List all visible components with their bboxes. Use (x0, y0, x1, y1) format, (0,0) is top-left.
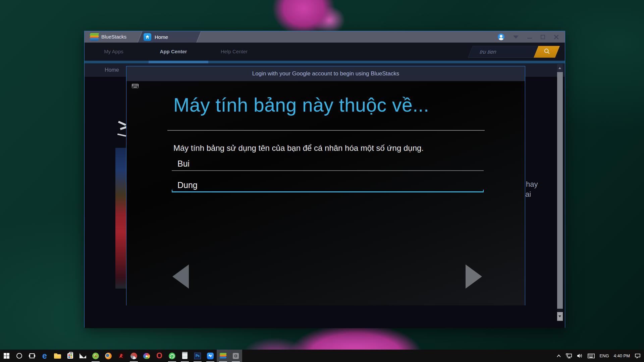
screen-recorder-icon (233, 353, 239, 359)
task-view-icon (30, 353, 35, 358)
nav-underline-strip (85, 61, 565, 63)
background-text-fragment: ai (525, 190, 531, 199)
system-tray: ENG 4:40 PM (556, 350, 644, 362)
taskbar-whatsapp[interactable] (166, 350, 178, 362)
microsoft-store-icon (67, 353, 73, 359)
taskbar-bluestacks[interactable] (217, 350, 229, 362)
network-icon[interactable] (566, 353, 572, 359)
account-icon[interactable] (498, 34, 504, 40)
cortana-search-button[interactable] (13, 350, 25, 362)
opera-icon: O (156, 352, 162, 360)
app-brand: BlueStacks (101, 31, 126, 43)
taskbar-mail[interactable] (76, 350, 89, 362)
cortana-icon (16, 353, 22, 359)
taskbar-photoshop[interactable]: Ps (191, 350, 204, 362)
photoshop-icon: Ps (194, 353, 201, 359)
edge-icon: e (42, 352, 47, 360)
home-tab-label: Home (155, 34, 168, 40)
bluestacks-icon (220, 353, 226, 359)
file-explorer-icon (54, 353, 61, 359)
last-name-field-underline (172, 180, 484, 192)
garena-icon (118, 353, 124, 359)
touch-keyboard-icon[interactable] (588, 354, 595, 358)
messenger-icon (207, 353, 214, 359)
taskbar-edge[interactable]: e (38, 350, 51, 362)
nav-active-indicator (149, 61, 208, 63)
next-arrow-button[interactable] (466, 264, 482, 289)
taskbar-screen-recorder[interactable] (229, 350, 242, 362)
taskbar-store[interactable] (64, 350, 76, 362)
taskbar-pie-app[interactable] (127, 350, 140, 362)
titlebar: BlueStacks Home (85, 31, 565, 43)
bluestacks-window: BlueStacks Home My Apps App Center Help … (84, 31, 565, 328)
window-controls (498, 31, 559, 43)
search-bar (470, 46, 557, 58)
scrollbar (557, 64, 563, 321)
nav-my-apps[interactable]: My Apps (104, 43, 123, 61)
taskbar-coc-coc[interactable] (89, 350, 102, 362)
taskbar-messenger[interactable] (204, 350, 217, 362)
pie-app-icon (130, 353, 137, 359)
task-view-button[interactable] (25, 350, 38, 362)
setup-description: Máy tính bảng sử dụng tên của bạn để cá … (173, 143, 424, 153)
taskbar-garena[interactable] (115, 350, 127, 362)
scrollbar-up-arrow[interactable] (557, 64, 563, 72)
menu-caret-icon[interactable] (513, 36, 519, 39)
tray-chevron-up-icon[interactable] (556, 354, 561, 358)
navbar: My Apps App Center Help Center (85, 43, 565, 61)
whatsapp-icon (169, 353, 175, 359)
nav-app-center[interactable]: App Center (160, 43, 187, 61)
taskbar-notepad[interactable] (178, 350, 191, 362)
previous-arrow-button[interactable] (172, 264, 189, 289)
windows-taskbar: e O Ps ENG (0, 350, 644, 362)
windows-logo-icon (4, 353, 9, 359)
breadcrumb-home[interactable]: Home (105, 63, 119, 77)
google-login-modal: Login with your Google account to begin … (126, 66, 525, 305)
firefox-icon (105, 353, 112, 359)
clock[interactable]: 4:40 PM (614, 353, 630, 358)
setup-title: Máy tính bảng này thuộc về... (173, 94, 502, 116)
scrollbar-down-arrow[interactable] (557, 312, 563, 321)
android-setup-screen: Máy tính bảng này thuộc về... Máy tính b… (126, 81, 525, 305)
modal-header-text: Login with your Google account to begin … (126, 66, 525, 81)
volume-icon[interactable] (577, 353, 583, 358)
bluestacks-logo-icon (90, 33, 99, 41)
first-name-field-underline (172, 158, 484, 171)
start-button[interactable] (0, 350, 13, 362)
close-button[interactable] (554, 35, 559, 40)
background-text-fragment: hay (526, 180, 538, 189)
keyboard-icon[interactable] (132, 84, 139, 88)
action-center-icon[interactable] (635, 353, 641, 359)
title-divider (167, 130, 485, 131)
scrollbar-thumb[interactable] (557, 72, 563, 309)
minimize-button[interactable] (527, 38, 532, 39)
notepad-icon (182, 353, 187, 359)
coc-coc-icon (92, 353, 99, 359)
game-poster-fragment (115, 148, 126, 289)
first-name-input[interactable] (177, 159, 476, 169)
paint-icon (143, 353, 150, 359)
search-icon (544, 48, 550, 55)
nav-help-center[interactable]: Help Center (221, 43, 248, 61)
taskbar-firefox[interactable] (102, 350, 115, 362)
language-indicator[interactable]: ENG (599, 353, 609, 358)
home-tab[interactable]: Home (144, 31, 168, 43)
maximize-button[interactable] (541, 35, 545, 39)
home-icon (144, 33, 151, 41)
search-button[interactable] (534, 46, 560, 58)
taskbar-opera[interactable]: O (153, 350, 166, 362)
taskbar-paint[interactable] (140, 350, 153, 362)
mail-icon (79, 354, 86, 358)
last-name-input[interactable] (177, 180, 476, 190)
taskbar-file-explorer[interactable] (51, 350, 64, 362)
search-input[interactable] (468, 46, 540, 58)
game-logo-fragment (117, 120, 127, 143)
